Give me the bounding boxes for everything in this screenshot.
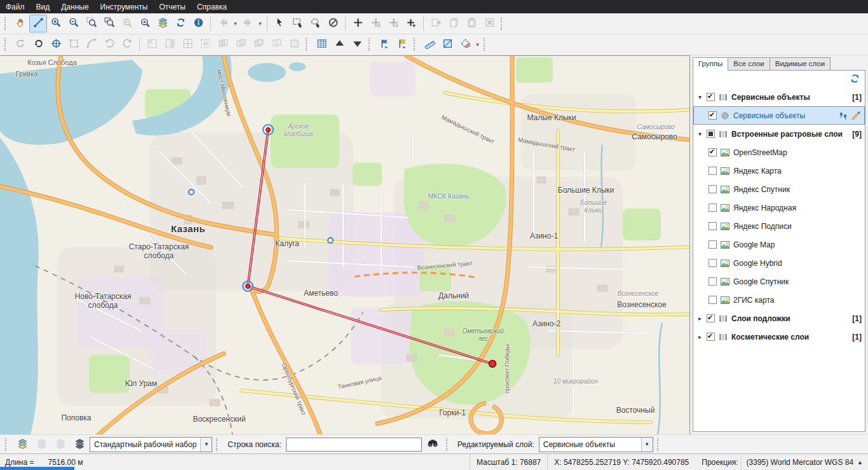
measure-dropdown-arrow[interactable]: ▼ <box>474 37 481 52</box>
toolbar-grip[interactable] <box>4 38 9 51</box>
zoom-extent-button[interactable] <box>83 15 100 32</box>
workset-combobox[interactable]: Стандартный рабочий набор ▼ <box>90 437 212 452</box>
layer-group-row[interactable]: ▸ Косметические слои [1] <box>693 328 865 346</box>
edit-style-icon[interactable] <box>851 111 861 121</box>
menu-data[interactable]: Данные <box>55 1 94 13</box>
layers-refresh-button[interactable] <box>848 73 861 86</box>
add-child-object-button[interactable] <box>367 15 384 32</box>
layer-checkbox[interactable] <box>709 148 717 156</box>
layer-group-row[interactable]: ▾ Встроенные растровые слои [9] <box>693 125 865 143</box>
layers-button[interactable] <box>154 15 172 32</box>
copy-object-button[interactable] <box>445 15 463 32</box>
search-input[interactable] <box>286 438 422 452</box>
layer-checkbox[interactable] <box>707 130 715 138</box>
nav-forward-dropdown-arrow[interactable]: ▼ <box>257 16 264 31</box>
delete-object-button[interactable] <box>480 15 498 32</box>
rotate-ccw-button[interactable] <box>11 36 29 53</box>
select-rectangle-button[interactable] <box>288 15 306 32</box>
layer-checkbox[interactable] <box>707 333 715 341</box>
nav-forward-button[interactable] <box>239 15 257 32</box>
pan-hand-button[interactable] <box>11 15 29 32</box>
expander-icon[interactable]: ▸ <box>696 333 703 340</box>
layer-checkbox[interactable] <box>709 259 717 267</box>
geometry-tool-2-button[interactable] <box>232 36 250 53</box>
measure-area-button[interactable] <box>438 36 456 53</box>
layer-row-google-map[interactable]: Google Map <box>693 235 865 254</box>
zoom-window-button[interactable] <box>100 15 118 32</box>
layer-checkbox[interactable] <box>709 111 717 120</box>
measure-line-tool-button[interactable] <box>29 15 47 32</box>
toolbar-grip[interactable] <box>306 38 310 51</box>
geometry-tool-5-button[interactable] <box>285 36 303 53</box>
menu-reports[interactable]: Отчеты <box>153 1 191 13</box>
expander-icon[interactable]: ▾ <box>696 130 703 137</box>
menu-help[interactable]: Справка <box>191 1 233 13</box>
map-canvas[interactable]: Козья Слобода Гривка Казань Старо-Татарс… <box>0 55 689 434</box>
layer-row-yandex-map[interactable]: Яндекс Карта <box>693 162 865 180</box>
workset-layers-button[interactable] <box>13 436 31 453</box>
workset-manage-button[interactable] <box>71 436 88 453</box>
toolbar-grip[interactable] <box>369 38 373 51</box>
projection-combobox[interactable]: (3395) World Mercator WGS 84 ▲ <box>741 454 868 470</box>
expander-icon[interactable]: ▾ <box>696 93 703 100</box>
layer-group-row[interactable]: ▾ Сервисные объекты [1] <box>693 88 865 106</box>
layer-row-service-objects[interactable]: Сервисные объекты <box>693 106 865 125</box>
geometry-tool-3-button[interactable] <box>250 36 268 53</box>
layer-group-row[interactable]: ▸ Слои подложки [1] <box>693 309 865 328</box>
geometry-tool-4-button[interactable] <box>268 36 285 53</box>
nav-back-dropdown-arrow[interactable]: ▼ <box>232 16 239 31</box>
layer-checkbox[interactable] <box>709 185 717 193</box>
layer-checkbox[interactable] <box>709 277 717 286</box>
frame-tool-3-button[interactable] <box>179 36 196 53</box>
select-lasso-button[interactable] <box>306 15 324 32</box>
paste-object-button[interactable] <box>463 15 480 32</box>
workset-save-button[interactable] <box>32 436 50 453</box>
layer-row-google-hybrid[interactable]: Google Hybrid <box>693 254 865 272</box>
arc-segment-button[interactable] <box>83 36 100 53</box>
footprints-icon[interactable] <box>838 111 848 121</box>
move-down-button[interactable] <box>348 36 366 53</box>
insert-vertex-button[interactable] <box>384 15 402 32</box>
layer-row-openstreetmap[interactable]: OpenStreetMap <box>693 143 865 162</box>
toolbar-grip[interactable] <box>446 438 451 451</box>
expander-icon[interactable]: ▸ <box>696 315 703 322</box>
layer-checkbox[interactable] <box>709 167 717 175</box>
layer-checkbox[interactable] <box>709 222 717 230</box>
tab-visible-layers[interactable]: Видимые слои <box>770 57 831 71</box>
search-button[interactable] <box>423 436 442 453</box>
rotate-left-button[interactable] <box>100 36 118 53</box>
workset-delete-button[interactable] <box>51 436 69 453</box>
tab-groups[interactable]: Группы <box>693 57 728 71</box>
zoom-selection-button[interactable] <box>136 15 154 32</box>
toolbar-grip[interactable] <box>216 438 220 451</box>
layer-row-2gis-map[interactable]: 2ГИС карта <box>693 291 865 309</box>
layer-checkbox[interactable] <box>709 204 717 212</box>
layer-row-google-satellite[interactable]: Google Спутник <box>693 272 865 291</box>
layer-checkbox[interactable] <box>707 314 715 322</box>
geometry-tool-1-button[interactable] <box>214 36 232 53</box>
frame-tool-2-button[interactable] <box>161 36 179 53</box>
move-to-layer-button[interactable] <box>427 15 445 32</box>
toolbar-grip[interactable] <box>4 17 9 30</box>
editable-layer-combobox[interactable]: Сервисные объекты ▼ <box>539 437 653 452</box>
measure-clear-button[interactable] <box>456 36 474 53</box>
chevron-up-icon[interactable]: ▲ <box>857 459 863 466</box>
layer-checkbox[interactable] <box>709 296 717 304</box>
frame-tool-1-button[interactable] <box>143 36 161 53</box>
layer-row-yandex-public[interactable]: Яндекс Народная <box>693 198 865 217</box>
frame-tool-4-button[interactable] <box>196 36 214 53</box>
menu-file[interactable]: Файл <box>0 1 31 13</box>
measure-length-button[interactable] <box>421 36 438 53</box>
add-point-object-button[interactable] <box>402 15 420 32</box>
chevron-down-icon[interactable]: ▼ <box>641 438 653 452</box>
refresh-map-button[interactable] <box>172 15 189 32</box>
layer-row-yandex-labels[interactable]: Яндекс Подписи <box>693 217 865 235</box>
toolbar-overflow-grip[interactable] <box>484 38 488 51</box>
object-info-button[interactable] <box>189 15 207 32</box>
layer-checkbox[interactable] <box>709 240 717 249</box>
toolbar-grip[interactable] <box>414 38 418 51</box>
rotate-right-button[interactable] <box>118 36 136 53</box>
layer-checkbox[interactable] <box>707 93 715 101</box>
menu-view[interactable]: Вид <box>31 1 56 13</box>
toolbar-grip[interactable] <box>657 438 661 451</box>
